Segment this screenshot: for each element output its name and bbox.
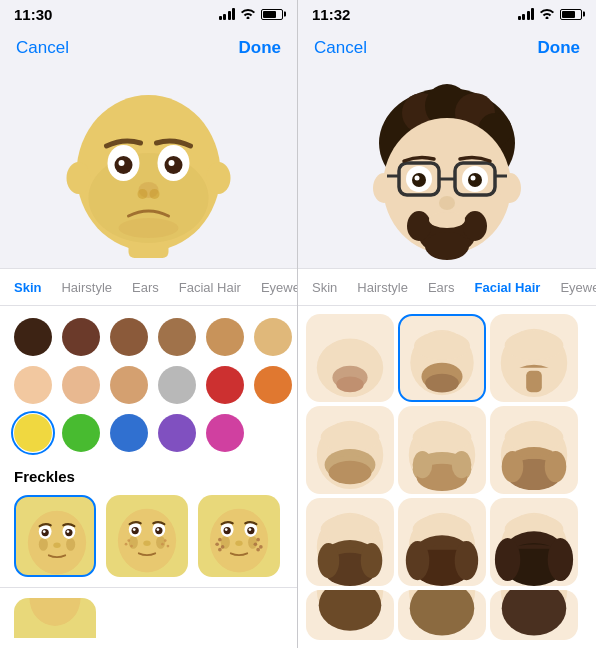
freckles-section: Freckles <box>0 458 297 587</box>
fh-face-1 <box>306 314 394 402</box>
svg-point-38 <box>161 543 164 546</box>
fh-item-2[interactable] <box>398 314 486 402</box>
svg-point-79 <box>471 176 476 181</box>
right-wifi-icon <box>539 5 555 23</box>
svg-point-84 <box>463 211 487 241</box>
svg-point-2 <box>207 162 231 194</box>
fh-item-10[interactable] <box>306 590 394 640</box>
tab-ears-left[interactable]: Ears <box>126 276 165 299</box>
fh-item-5[interactable] <box>398 406 486 494</box>
svg-point-83 <box>407 211 431 241</box>
right-cancel-button[interactable]: Cancel <box>314 38 367 58</box>
partial-item-1[interactable] <box>14 598 96 638</box>
color-swatch-4[interactable] <box>158 318 196 356</box>
svg-point-97 <box>321 423 380 452</box>
right-tab-eyewear[interactable]: Eyewear <box>554 276 596 299</box>
svg-point-32 <box>133 528 136 531</box>
color-swatch-9[interactable] <box>110 366 148 404</box>
fh-item-3[interactable] <box>490 314 578 402</box>
color-swatch-5[interactable] <box>206 318 244 356</box>
color-swatch-3[interactable] <box>110 318 148 356</box>
left-cancel-button[interactable]: Cancel <box>16 38 69 58</box>
svg-point-113 <box>321 515 380 544</box>
right-tab-facial-hair[interactable]: Facial Hair <box>469 276 547 299</box>
battery-icon <box>261 9 283 20</box>
svg-point-111 <box>545 451 567 482</box>
svg-point-22 <box>43 530 46 533</box>
tab-eyewear-left[interactable]: Eyewear <box>255 276 297 299</box>
fh-row-3 <box>306 498 588 586</box>
svg-point-76 <box>412 173 426 187</box>
color-swatch-11[interactable] <box>206 366 244 404</box>
left-done-button[interactable]: Done <box>239 38 282 58</box>
fh-item-7[interactable] <box>306 498 394 586</box>
fh-row-4 <box>306 590 588 640</box>
svg-point-13 <box>150 189 160 199</box>
svg-rect-95 <box>526 371 542 393</box>
svg-point-51 <box>215 542 219 546</box>
right-tab-hairstyle[interactable]: Hairstyle <box>351 276 414 299</box>
svg-point-77 <box>468 173 482 187</box>
tab-hairstyle[interactable]: Hairstyle <box>55 276 118 299</box>
fh-item-6[interactable] <box>490 406 578 494</box>
fh-item-1[interactable] <box>306 314 394 402</box>
color-swatch-16[interactable] <box>158 414 196 452</box>
svg-point-49 <box>249 528 252 531</box>
color-swatch-6[interactable] <box>254 318 292 356</box>
svg-point-52 <box>221 545 225 549</box>
fh-item-11[interactable] <box>398 590 486 640</box>
freckle-face-2 <box>106 495 188 577</box>
svg-point-10 <box>169 160 175 166</box>
right-battery-icon <box>560 9 582 20</box>
right-signal-icon <box>518 8 535 20</box>
fh-item-9[interactable] <box>490 498 578 586</box>
color-swatch-13[interactable] <box>14 414 52 452</box>
color-swatch-14[interactable] <box>62 414 100 452</box>
svg-point-78 <box>415 176 420 181</box>
svg-point-104 <box>413 451 433 478</box>
right-done-button[interactable]: Done <box>538 38 581 58</box>
fh-face-12 <box>490 590 578 640</box>
color-swatch-10[interactable] <box>158 366 196 404</box>
color-section <box>0 306 297 458</box>
svg-point-36 <box>130 545 133 548</box>
svg-point-39 <box>167 545 170 548</box>
tab-skin[interactable]: Skin <box>8 276 47 299</box>
color-swatch-17[interactable] <box>206 414 244 452</box>
freckle-item-1[interactable] <box>14 495 96 577</box>
fh-face-2 <box>400 314 484 402</box>
svg-point-40 <box>143 541 150 546</box>
color-swatch-7[interactable] <box>14 366 52 404</box>
fh-face-9 <box>490 498 578 586</box>
fh-face-10 <box>306 590 394 640</box>
svg-point-94 <box>505 331 564 360</box>
svg-point-25 <box>118 509 176 573</box>
fh-face-5 <box>398 406 486 494</box>
svg-point-53 <box>218 548 222 552</box>
color-swatch-1[interactable] <box>14 318 52 356</box>
svg-point-14 <box>119 218 179 238</box>
color-swatch-2[interactable] <box>62 318 100 356</box>
color-swatch-15[interactable] <box>110 414 148 452</box>
fh-item-8[interactable] <box>398 498 486 586</box>
tab-facial-hair-left[interactable]: Facial Hair <box>173 276 247 299</box>
fh-item-12[interactable] <box>490 590 578 640</box>
right-tab-skin[interactable]: Skin <box>306 276 343 299</box>
svg-point-34 <box>127 539 130 542</box>
fh-item-4[interactable] <box>306 406 394 494</box>
partial-row <box>0 587 297 648</box>
svg-point-37 <box>164 539 167 542</box>
left-nav-bar: Cancel Done <box>0 28 297 68</box>
freckle-item-3[interactable] <box>198 495 280 577</box>
fh-face-3 <box>490 314 578 402</box>
color-swatch-8[interactable] <box>62 366 100 404</box>
svg-point-16 <box>39 538 48 551</box>
color-swatch-12[interactable] <box>254 366 292 404</box>
right-status-bar: 11:32 <box>298 0 596 28</box>
left-memoji-preview <box>0 68 297 268</box>
freckle-item-2[interactable] <box>106 495 188 577</box>
svg-point-88 <box>336 377 363 393</box>
right-tab-ears[interactable]: Ears <box>422 276 461 299</box>
right-memoji-face <box>298 68 596 268</box>
freckles-label: Freckles <box>14 468 283 485</box>
